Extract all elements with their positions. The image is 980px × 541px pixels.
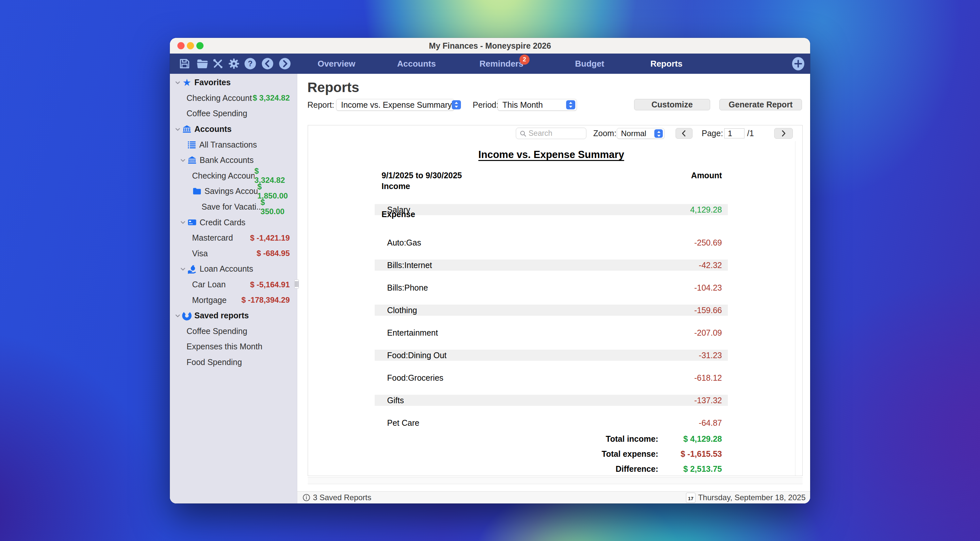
sidebar-section-saved-reports[interactable]: Saved reports: [170, 308, 297, 324]
folder-icon: [192, 186, 202, 196]
star-icon: ★: [182, 78, 192, 87]
calendar-icon[interactable]: 17: [686, 493, 695, 503]
loan-money-icon: [187, 264, 197, 274]
sidebar-splitter-handle[interactable]: [294, 279, 299, 289]
add-icon[interactable]: [792, 57, 805, 70]
sidebar-section-accounts[interactable]: Accounts: [170, 121, 297, 137]
back-icon[interactable]: [261, 57, 274, 70]
expense-section-header: Expense: [382, 209, 415, 219]
nav-tab-reports[interactable]: Reports: [651, 54, 682, 74]
sidebar-item-all-transactions[interactable]: All Transactions: [170, 137, 297, 152]
report-header-row: 9/1/2025 to 9/30/2025 Amount: [375, 171, 728, 181]
current-date: Thursday, September 18, 2025: [698, 493, 805, 502]
expense-rows: Auto:Gas-250.69 Bills:Internet-42.32 Bil…: [375, 237, 728, 440]
customize-button[interactable]: Customize: [634, 99, 710, 110]
save-icon[interactable]: [178, 57, 191, 70]
window-title: My Finances - Moneyspire 2026: [170, 38, 810, 54]
account-balance: $ -684.95: [257, 249, 297, 258]
nav-tab-accounts[interactable]: Accounts: [397, 54, 436, 74]
report-date-range: 9/1/2025 to 9/30/2025: [382, 171, 462, 181]
sidebar-item-food-spending[interactable]: Food Spending: [170, 355, 297, 370]
search-field[interactable]: [516, 128, 586, 139]
select-arrows-icon: [654, 129, 663, 138]
nav-tab-budget[interactable]: Budget: [575, 54, 605, 74]
reminders-count-badge: 2: [519, 54, 530, 65]
next-page-button[interactable]: [774, 128, 793, 139]
nav-tab-reminders[interactable]: Reminders: [480, 54, 523, 74]
sidebar-item-mortgage[interactable]: Mortgage $ -178,394.29: [170, 292, 297, 308]
desktop-wallpaper: { "window": { "title": "My Finances - Mo…: [0, 0, 980, 541]
sidebar-item-checking-account[interactable]: Checking Account $ 3,324.82: [170, 90, 297, 106]
report-viewer: Zoom: Normal Page: /1: [308, 125, 803, 476]
report-row: Food:Groceries-618.12: [375, 372, 728, 383]
chevron-down-icon[interactable]: [174, 312, 181, 319]
sidebar-item-visa[interactable]: Visa $ -684.95: [170, 246, 297, 262]
sidebar-section-credit-cards[interactable]: Credit Cards: [170, 214, 297, 230]
report-row: Clothing-159.66: [375, 305, 728, 316]
donut-chart-icon: [182, 311, 192, 320]
zoom-label: Zoom:: [593, 125, 616, 141]
difference-row: Difference: $ 2,513.75: [375, 464, 728, 474]
report-row: Gifts-137.32: [375, 395, 728, 406]
title-bar: My Finances - Moneyspire 2026: [170, 38, 810, 54]
report-scrollbar-track[interactable]: [795, 141, 795, 476]
report-row: Auto:Gas-250.69: [375, 237, 728, 248]
nav-tab-overview[interactable]: Overview: [318, 54, 355, 74]
gear-icon[interactable]: [228, 57, 240, 70]
page-number-input[interactable]: [724, 129, 745, 138]
sidebar: ★ Favorites Checking Account $ 3,324.82 …: [170, 74, 297, 503]
report-totals: Total income: $ 4,129.28 Total expense: …: [375, 434, 728, 476]
period-select[interactable]: This Month: [498, 99, 577, 111]
tools-icon[interactable]: [212, 57, 224, 70]
report-row: Entertainment-207.09: [375, 327, 728, 338]
search-input[interactable]: [528, 129, 578, 138]
help-icon[interactable]: ?: [244, 57, 256, 70]
report-row-salary: Salary 4,129.28: [375, 204, 728, 215]
amount-column-header: Amount: [691, 171, 722, 181]
report-row: Food:Dining Out-31.23: [375, 350, 728, 361]
report-title: Income vs. Expense Summary: [375, 149, 728, 161]
chevron-down-icon[interactable]: [179, 157, 186, 164]
chevron-down-icon[interactable]: [174, 79, 181, 86]
report-label: Report:: [307, 99, 334, 111]
sidebar-section-bank-accounts[interactable]: Bank Accounts: [170, 152, 297, 168]
status-bar: 3 Saved Reports 17 Thursday, September 1…: [297, 491, 810, 503]
chevron-down-icon[interactable]: [179, 219, 186, 226]
income-section-header: Income: [382, 181, 410, 191]
chevron-down-icon[interactable]: [174, 126, 181, 133]
zoom-select[interactable]: Normal: [617, 128, 665, 139]
page-label: Page:: [702, 125, 723, 141]
horizontal-scrollbar-track[interactable]: [308, 478, 803, 484]
generate-report-button[interactable]: Generate Report: [719, 99, 802, 110]
sidebar-item-mastercard[interactable]: Mastercard $ -1,421.19: [170, 230, 297, 246]
sidebar-section-loan-accounts[interactable]: Loan Accounts: [170, 261, 297, 277]
sidebar-item-expenses-this-month[interactable]: Expenses this Month: [170, 339, 297, 355]
chevron-down-icon[interactable]: [179, 265, 186, 273]
sidebar-item-savings-account[interactable]: Savings Account $ 1,850.00: [170, 184, 297, 199]
select-arrows-icon: [452, 100, 461, 109]
sidebar-section-favorites[interactable]: ★ Favorites: [170, 75, 297, 90]
report-viewer-toolbar: Zoom: Normal Page: /1: [308, 125, 802, 141]
sidebar-item-saved-coffee-spending[interactable]: Coffee Spending: [170, 324, 297, 339]
income-rows: Salary 4,129.28: [375, 204, 728, 227]
select-arrows-icon: [566, 100, 575, 109]
previous-page-button[interactable]: [676, 128, 692, 139]
page-title: Reports: [307, 80, 360, 95]
report-page: Income vs. Expense Summary 9/1/2025 to 9…: [375, 141, 728, 471]
sidebar-item-checking-account-2[interactable]: Checking Account $ 3,324.82: [170, 168, 297, 184]
period-label: Period:: [473, 99, 498, 111]
account-balance: $ -178,394.29: [242, 295, 297, 305]
open-folder-icon[interactable]: [196, 57, 208, 70]
list-icon: [187, 140, 197, 149]
sidebar-item-coffee-spending[interactable]: Coffee Spending: [170, 106, 297, 121]
info-icon[interactable]: [302, 493, 310, 501]
window-body: ★ Favorites Checking Account $ 3,324.82 …: [170, 74, 810, 503]
report-row: Pet Care-64.87: [375, 417, 728, 428]
account-balance: $ -5,164.91: [250, 280, 297, 289]
report-select[interactable]: Income vs. Expense Summary: [336, 99, 454, 111]
sidebar-item-car-loan[interactable]: Car Loan $ -5,164.91: [170, 277, 297, 292]
forward-icon[interactable]: [278, 57, 291, 70]
svg-text:?: ?: [248, 59, 253, 68]
sidebar-item-save-for-vacation[interactable]: Save for Vacati... $ 350.00: [170, 199, 297, 215]
total-income-row: Total income: $ 4,129.28: [375, 434, 728, 444]
